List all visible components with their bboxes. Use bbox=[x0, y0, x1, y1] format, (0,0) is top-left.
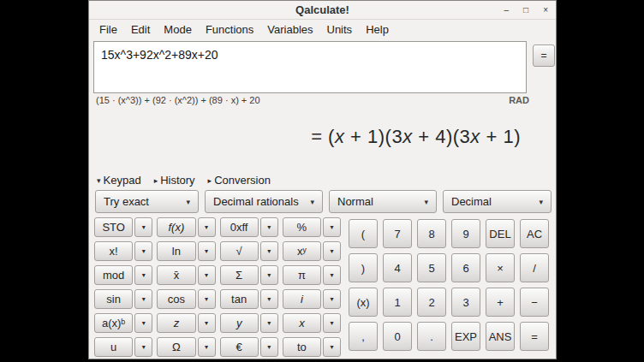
key-sin[interactable]: sin bbox=[94, 289, 133, 309]
key-dropdown-button[interactable]: ▾ bbox=[198, 313, 216, 333]
menu-variables[interactable]: Variables bbox=[260, 21, 319, 38]
menu-units[interactable]: Units bbox=[320, 21, 360, 38]
key-dropdown-button[interactable]: ▾ bbox=[134, 289, 152, 309]
key-8[interactable]: 8 bbox=[417, 219, 446, 248]
key-comma[interactable]: , bbox=[349, 322, 378, 351]
key-mean[interactable]: x̄ bbox=[157, 265, 195, 285]
fraction-mode-select[interactable]: Decimal rationals ▾ bbox=[205, 190, 323, 213]
key-3[interactable]: 3 bbox=[451, 288, 480, 317]
key-dropdown-button[interactable]: ▾ bbox=[198, 265, 216, 285]
key-sqrt[interactable]: √ bbox=[220, 241, 259, 261]
tab-keypad[interactable]: ▾ Keypad bbox=[97, 174, 141, 187]
key-to[interactable]: to bbox=[283, 337, 321, 357]
key-4[interactable]: 4 bbox=[383, 253, 412, 282]
key-ohm[interactable]: Ω bbox=[157, 337, 195, 357]
window-title: Qalculate! bbox=[295, 3, 349, 16]
key-dropdown-button[interactable]: ▾ bbox=[323, 289, 341, 309]
key-del[interactable]: DEL bbox=[486, 219, 515, 248]
key-ans[interactable]: ANS bbox=[486, 322, 515, 351]
key-dropdown-button[interactable]: ▾ bbox=[260, 313, 278, 333]
key-var-x[interactable]: x bbox=[283, 313, 321, 333]
calculate-button[interactable]: = bbox=[533, 45, 555, 67]
key-dropdown-button[interactable]: ▾ bbox=[198, 337, 216, 357]
qalculate-window: Qalculate! – □ × File Edit Mode Function… bbox=[88, 0, 557, 359]
titlebar[interactable]: Qalculate! – □ × bbox=[89, 1, 556, 20]
key-dropdown-button[interactable]: ▾ bbox=[134, 313, 152, 333]
key-dropdown-button[interactable]: ▾ bbox=[260, 265, 278, 285]
key-5[interactable]: 5 bbox=[417, 253, 446, 282]
key-dropdown-button[interactable]: ▾ bbox=[134, 241, 152, 261]
key-exp[interactable]: EXP bbox=[451, 322, 480, 351]
exact-mode-select[interactable]: Try exact ▾ bbox=[95, 190, 199, 213]
key-euro[interactable]: € bbox=[220, 337, 259, 357]
key-0[interactable]: 0 bbox=[383, 322, 412, 351]
menu-functions[interactable]: Functions bbox=[199, 21, 260, 38]
key-pi[interactable]: π bbox=[283, 265, 321, 285]
key-dropdown-button[interactable]: ▾ bbox=[198, 241, 216, 261]
key-dropdown-button[interactable]: ▾ bbox=[134, 337, 152, 357]
menu-help[interactable]: Help bbox=[359, 21, 396, 38]
key-dropdown-button[interactable]: ▾ bbox=[198, 217, 216, 237]
close-icon[interactable]: × bbox=[543, 6, 548, 15]
key-multiply[interactable]: × bbox=[486, 253, 515, 282]
key-equals[interactable]: = bbox=[520, 322, 549, 351]
expander-right-icon: ▸ bbox=[208, 176, 212, 185]
key-sto[interactable]: STO bbox=[94, 217, 133, 237]
key-cos[interactable]: cos bbox=[157, 289, 195, 309]
expression-input[interactable]: 15x^3+92x^2+89x+20 bbox=[93, 41, 527, 93]
key-dropdown-button[interactable]: ▾ bbox=[323, 241, 341, 261]
key-1[interactable]: 1 bbox=[383, 288, 412, 317]
menu-edit[interactable]: Edit bbox=[124, 21, 157, 38]
key-x-pow-y[interactable]: xʸ bbox=[283, 241, 321, 261]
key-2[interactable]: 2 bbox=[417, 288, 446, 317]
chevron-down-icon: ▾ bbox=[539, 198, 543, 206]
key-7[interactable]: 7 bbox=[383, 219, 412, 248]
tab-history[interactable]: ▸ History bbox=[154, 174, 195, 187]
key-var-y[interactable]: y bbox=[220, 313, 259, 333]
key-dropdown-button[interactable]: ▾ bbox=[198, 289, 216, 309]
key-mod[interactable]: mod bbox=[94, 265, 133, 285]
minimize-icon[interactable]: – bbox=[504, 6, 510, 15]
menu-mode[interactable]: Mode bbox=[157, 21, 199, 38]
key-dropdown-button[interactable]: ▾ bbox=[323, 265, 341, 285]
key-smart-parentheses[interactable]: (x) bbox=[349, 288, 378, 317]
key-paren-close[interactable]: ) bbox=[349, 253, 378, 282]
key-dropdown-button[interactable]: ▾ bbox=[323, 217, 341, 237]
key-paren-open[interactable]: ( bbox=[349, 219, 378, 248]
key-a-x-b[interactable]: a(x)ᵇ bbox=[94, 313, 133, 333]
tab-conversion[interactable]: ▸ Conversion bbox=[208, 174, 271, 187]
key-dropdown-button[interactable]: ▾ bbox=[323, 337, 341, 357]
key-dropdown-button[interactable]: ▾ bbox=[134, 217, 152, 237]
key-ln[interactable]: ln bbox=[157, 241, 195, 261]
key-fx[interactable]: f(x) bbox=[157, 217, 195, 237]
key-9[interactable]: 9 bbox=[451, 219, 480, 248]
tab-conversion-label: Conversion bbox=[214, 174, 271, 187]
key-divide[interactable]: / bbox=[520, 253, 549, 282]
screen-backdrop: Qalculate! – □ × File Edit Mode Function… bbox=[0, 0, 644, 362]
key-dropdown-button[interactable]: ▾ bbox=[260, 337, 278, 357]
maximize-icon[interactable]: □ bbox=[523, 6, 528, 15]
key-ac[interactable]: AC bbox=[520, 219, 549, 248]
key-tan[interactable]: tan bbox=[220, 289, 259, 309]
key-dropdown-button[interactable]: ▾ bbox=[260, 217, 278, 237]
key-0xff[interactable]: 0xff bbox=[220, 217, 259, 237]
key-unit-u[interactable]: u bbox=[94, 337, 133, 357]
key-decimal-point[interactable]: . bbox=[417, 322, 446, 351]
panel-expanders: ▾ Keypad ▸ History ▸ Conversion bbox=[97, 174, 271, 187]
key-plus[interactable]: + bbox=[486, 288, 515, 317]
key-percent[interactable]: % bbox=[283, 217, 321, 237]
display-mode-select[interactable]: Normal ▾ bbox=[329, 190, 437, 213]
key-dropdown-button[interactable]: ▾ bbox=[323, 313, 341, 333]
key-dropdown-button[interactable]: ▾ bbox=[134, 265, 152, 285]
base-mode-select[interactable]: Decimal ▾ bbox=[443, 190, 552, 213]
key-factorial[interactable]: x! bbox=[94, 241, 133, 261]
key-6[interactable]: 6 bbox=[451, 253, 480, 282]
key-var-z[interactable]: z bbox=[157, 313, 195, 333]
key-dropdown-button[interactable]: ▾ bbox=[260, 241, 278, 261]
menu-file[interactable]: File bbox=[92, 21, 124, 38]
expander-down-icon: ▾ bbox=[97, 176, 101, 185]
key-minus[interactable]: − bbox=[520, 288, 549, 317]
key-sum[interactable]: Σ bbox=[220, 265, 259, 285]
key-dropdown-button[interactable]: ▾ bbox=[260, 289, 278, 309]
key-imaginary-i[interactable]: i bbox=[283, 289, 321, 309]
